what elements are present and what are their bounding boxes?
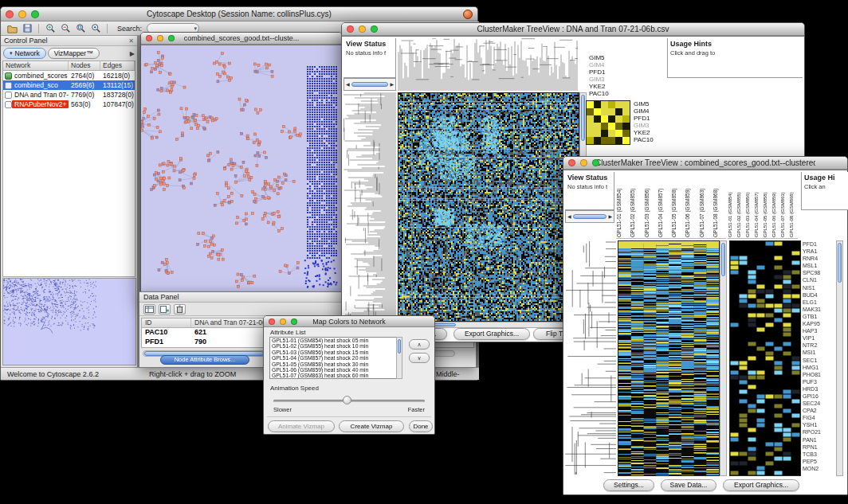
treeview-button[interactable]: Export Graphics... [453,328,530,340]
attribute-list-item[interactable]: GPL51-01 (GSM854) heat shock 05 min [272,338,401,343]
gene-label[interactable]: RPN1 [803,443,834,451]
close-button[interactable] [269,318,275,325]
gene-label[interactable]: GIM3 [634,122,665,129]
vertical-scrollbar[interactable] [720,240,727,476]
gene-label[interactable]: MSI1 [803,349,834,356]
column-label[interactable]: GPL51-08 (GSM868) [789,172,798,238]
column-dendrogram[interactable] [398,38,578,91]
column-label[interactable]: GPL51-04 (GSM857) [658,172,671,238]
create-vizmap-button[interactable]: Create Vizmap [339,420,404,432]
treeview-button[interactable]: Export Graphics... [723,479,799,491]
move-down-button[interactable]: ∨ [409,353,430,363]
gene-label[interactable]: HMG1 [803,364,834,371]
gene-label[interactable]: HRD3 [803,385,834,393]
main-titlebar[interactable]: Cytoscape Desktop (Session Name: collins… [1,7,477,21]
scrollbar-thumb[interactable] [581,95,585,141]
gene-label[interactable]: PHO81 [803,371,834,378]
column-header-id[interactable]: ID [142,318,191,327]
gene-label[interactable]: GTB1 [803,313,834,320]
minimize-button[interactable] [18,10,26,18]
gene-label[interactable]: GPI16 [803,393,834,400]
animation-speed-slider[interactable] [273,396,425,405]
gene-label[interactable]: PEP5 [803,458,834,465]
zoom-button[interactable] [371,25,378,33]
network-row[interactable]: combined_scores 2764(0) 16218(0) [3,71,135,80]
column-label[interactable]: GPL51-02 (GSM855) [630,172,643,238]
gene-label[interactable]: RNR4 [803,255,834,262]
gene-label[interactable]: SEC24 [803,400,834,407]
open-session-button[interactable] [6,22,18,34]
gene-label[interactable]: PAN1 [803,436,834,443]
zoom-fit-button[interactable] [74,22,87,34]
close-icon[interactable]: ✕ [128,37,134,45]
attribute-list[interactable]: GPL51-01 (GSM854) heat shock 05 minGPL51… [269,337,402,379]
scrollbar-thumb[interactable] [398,339,401,354]
minimize-button[interactable] [157,35,163,41]
gene-label[interactable]: GIM4 [589,61,626,68]
attribute-list-item[interactable]: GPL51-02 (GSM855) heat shock 10 min [272,343,401,349]
mini-navigator[interactable]: ◀ ▶ [565,210,614,223]
zoom-heatmap[interactable] [730,241,800,475]
close-button[interactable] [146,35,152,41]
gene-label[interactable]: MSL1 [803,262,834,269]
scrollbar-thumb[interactable] [573,214,607,219]
right-arrow-icon[interactable]: ▶ [390,82,394,87]
treeview-dna-titlebar[interactable]: ClusterMaker TreeView : DNA and Tran 07-… [342,23,804,36]
gene-label[interactable]: NTR2 [803,342,834,349]
gene-label[interactable]: CLN1 [803,276,834,283]
minimize-button[interactable] [280,318,286,325]
gene-label[interactable]: ELG1 [803,299,834,306]
gene-label[interactable]: MON2 [803,465,834,472]
gene-label[interactable]: PAC10 [634,136,665,143]
right-arrow-icon[interactable]: ▶ [608,214,612,219]
tab-network[interactable]: ▾Network [3,48,46,59]
network-overview-thumbnail[interactable] [3,279,135,365]
close-button[interactable] [568,159,575,166]
gene-label[interactable]: YSH1 [803,421,834,428]
scrollbar-thumb[interactable] [721,243,725,276]
network-window-titlebar[interactable]: combined_scores_good.txt--cluste... [141,33,342,45]
gene-label[interactable]: PAC10 [589,90,626,97]
gene-label[interactable]: RPO21 [803,428,834,436]
gene-label[interactable]: PFD1 [634,115,665,122]
gene-label[interactable]: CPA2 [803,407,834,414]
expression-heatmap[interactable] [618,241,719,475]
gene-label[interactable]: TCB3 [803,451,834,458]
gene-label[interactable]: PFD1 [589,68,626,76]
correlation-matrix-heatmap[interactable] [587,101,630,144]
minimize-button[interactable] [359,25,366,33]
gene-label[interactable]: PFD1 [803,240,834,248]
left-arrow-icon[interactable]: ◀ [346,82,350,87]
gene-label[interactable]: GIM5 [589,54,626,61]
delete-attribute-button[interactable] [174,304,186,315]
column-label[interactable]: GPL51-03 (GSM856) [745,172,754,238]
mini-navigator[interactable]: ◀ ▶ [344,78,396,91]
attribute-list-item[interactable]: GPL51-05 (GSM858) heat shock 30 min [272,361,401,367]
zoom-in-button[interactable] [44,22,57,34]
gene-label[interactable]: GIM4 [634,107,665,115]
gene-label[interactable]: YRA1 [803,248,834,255]
tab-vizmapper[interactable]: VizMapper™ [48,48,100,59]
treeview-button[interactable]: Settings... [603,479,654,491]
gene-label[interactable]: NIS1 [803,284,834,291]
gene-label[interactable]: GIM5 [634,100,665,107]
zoom-button[interactable] [592,159,599,166]
left-arrow-icon[interactable]: ◀ [567,214,571,219]
zoom-button[interactable] [291,318,297,325]
gene-label[interactable]: KAP95 [803,320,834,327]
row-dendrogram[interactable] [344,92,396,320]
attribute-list-item[interactable]: GPL51-06 (GSM859) heat shock 40 min [272,367,401,373]
gene-label[interactable]: MAK31 [803,306,834,313]
network-graph-canvas[interactable] [141,45,342,293]
zoom-button[interactable] [168,35,175,41]
gene-label[interactable]: BUD4 [803,291,834,299]
attribute-list-item[interactable]: GPL51-07 (GSM863) heat shock 60 min [272,373,401,378]
column-label[interactable]: GPL51-05 (GSM858) [763,172,771,238]
scrollbar-thumb[interactable] [351,82,389,87]
row-dendrogram[interactable] [565,240,616,475]
column-header-edges[interactable]: Edges [100,61,135,70]
column-label[interactable]: GPL51-08 (GSM868) [713,172,726,238]
column-label[interactable]: GPL51-02 (GSM855) [736,172,745,238]
minimize-button[interactable] [580,159,587,166]
column-label[interactable]: GPL51-05 (GSM858) [671,172,685,238]
